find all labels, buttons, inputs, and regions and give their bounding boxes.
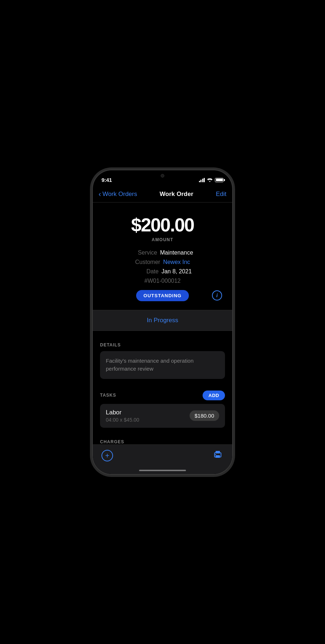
info-button[interactable]: i [212,290,222,300]
details-header: DETAILS [100,342,225,347]
date-row: Date Jan 8, 2021 [100,268,225,275]
back-label: Work Orders [103,191,137,198]
main-content: $200.00 AMOUNT Service Maintenance Custo… [93,202,232,457]
signal-icon [199,178,205,182]
tasks-label: TASKS [100,393,116,398]
outstanding-badge[interactable]: OUTSTANDING [136,290,188,301]
status-time: 9:41 [101,177,112,183]
status-area: OUTSTANDING i [100,290,225,301]
task-info: Labor 04:00 x $45.00 [106,409,139,423]
tasks-section: TASKS ADD Labor 04:00 x $45.00 $180.00 [93,385,232,428]
toolbar-print-button[interactable] [212,450,224,461]
wifi-icon [207,177,213,183]
page-title: Work Order [160,191,193,198]
print-icon [213,450,222,461]
task-amount: $180.00 [190,410,219,421]
details-description: Facility's maintenance and operation per… [106,358,194,372]
details-section: DETAILS Facility's maintenance and opera… [93,337,232,379]
home-indicator [139,470,186,471]
task-item[interactable]: Labor 04:00 x $45.00 $180.00 [100,404,225,428]
info-icon: i [216,293,218,298]
svg-rect-1 [216,451,220,453]
service-label: Service [132,250,157,256]
service-row: Service Maintenance [100,250,225,256]
customer-value[interactable]: Newex Inc [163,259,190,265]
back-button[interactable]: ‹ Work Orders [99,191,137,198]
status-icons [199,177,224,183]
amount-section: $200.00 AMOUNT Service Maintenance Custo… [93,202,232,310]
task-detail: 04:00 x $45.00 [106,417,139,423]
details-card: Facility's maintenance and operation per… [100,351,225,379]
add-task-button[interactable]: ADD [203,391,225,400]
order-number: #W01-000012 [100,278,225,284]
phone-screen: 9:41 [93,170,232,474]
info-rows: Service Maintenance Customer Newex Inc D… [100,250,225,275]
svg-rect-2 [216,455,220,458]
customer-label: Customer [135,259,160,265]
battery-icon [215,178,224,182]
service-value: Maintenance [160,250,193,256]
amount-label: AMOUNT [100,237,225,242]
in-progress-bar[interactable]: In Progress [93,310,232,331]
customer-row: Customer Newex Inc [100,259,225,265]
phone-frame: 9:41 [92,170,233,475]
task-name: Labor [106,409,139,416]
chevron-left-icon: ‹ [99,190,101,197]
tasks-header: TASKS ADD [100,391,225,400]
in-progress-text: In Progress [147,317,178,324]
charges-label: CHARGES [100,439,225,444]
toolbar-add-button[interactable]: + [101,450,113,461]
date-value: Jan 8, 2021 [161,268,192,275]
amount-value: $200.00 [100,214,225,236]
notch [139,170,186,181]
nav-bar: ‹ Work Orders Work Order Edit [93,186,232,202]
date-label: Date [133,268,159,275]
svg-point-3 [215,454,216,455]
edit-button[interactable]: Edit [216,191,226,198]
camera-dot [161,174,164,178]
plus-icon: + [105,452,109,459]
